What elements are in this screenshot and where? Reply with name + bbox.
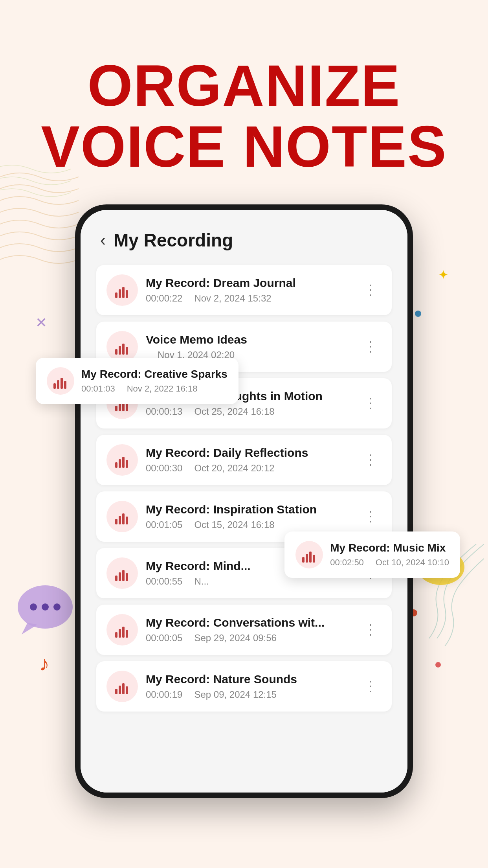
svg-rect-14: [119, 289, 121, 298]
cross-purple-decor: ✕: [35, 314, 47, 331]
record-info: My Record: Daily Reflections 00:00:30 Oc…: [146, 446, 352, 474]
tooltip-music-date: Oct 10, 2024 10:10: [376, 557, 449, 568]
record-info: My Record: Inspiration Station 00:01:05 …: [146, 503, 352, 530]
tooltip-creative-duration: 00:01:03: [81, 384, 115, 394]
svg-rect-44: [126, 686, 128, 694]
svg-rect-10: [306, 554, 308, 563]
headline-line2: VOICE NOTES: [0, 116, 488, 177]
record-duration: 00:01:05: [146, 519, 182, 530]
more-options-button[interactable]: ⋮: [360, 394, 382, 413]
record-icon-wrap: [106, 501, 138, 532]
svg-rect-8: [64, 381, 66, 389]
recording-item[interactable]: My Record: Daily Reflections 00:00:30 Oc…: [96, 435, 392, 485]
record-icon-wrap: [106, 444, 138, 476]
more-options-button[interactable]: ⋮: [360, 337, 382, 357]
record-info: My Record: Conversations wit... 00:00:05…: [146, 616, 352, 644]
tooltip-music-info: My Record: Music Mix 00:02:50 Oct 10, 20…: [330, 542, 449, 568]
record-date: N...: [194, 576, 209, 587]
tooltip-creative-sparks: My Record: Creative Sparks 00:01:03 Nov …: [36, 358, 238, 404]
tooltip-music-icon: [295, 541, 323, 568]
recording-item[interactable]: My Record: Nature Sounds 00:00:19 Sep 09…: [96, 661, 392, 712]
tooltip-music-duration: 00:02:50: [330, 557, 364, 568]
svg-rect-7: [61, 378, 63, 389]
record-date: Oct 20, 2024 20:12: [194, 463, 274, 474]
record-duration: 00:00:19: [146, 689, 182, 700]
tooltip-music-meta: 00:02:50 Oct 10, 2024 10:10: [330, 557, 449, 568]
svg-rect-6: [57, 380, 59, 389]
more-options-button[interactable]: ⋮: [360, 280, 382, 300]
record-info: My Record: Dream Journal 00:00:22 Nov 2,…: [146, 276, 352, 304]
wavy-lines-decor: [0, 157, 79, 316]
svg-point-3: [42, 603, 49, 611]
record-name: My Record: Daily Reflections: [146, 446, 352, 460]
svg-rect-9: [302, 557, 305, 563]
tooltip-creative-info: My Record: Creative Sparks 00:01:03 Nov …: [81, 368, 227, 394]
record-duration: 00:00:05: [146, 633, 182, 644]
record-date: Oct 15, 2024 16:18: [194, 519, 274, 530]
svg-rect-26: [119, 459, 121, 468]
tooltip-creative-name: My Record: Creative Sparks: [81, 368, 227, 381]
record-meta: 00:00:19 Sep 09, 2024 12:15: [146, 689, 352, 700]
record-date: Sep 09, 2024 12:15: [194, 689, 277, 700]
record-date: Nov 2, 2024 15:32: [194, 293, 271, 304]
record-meta: 00:00:22 Nov 2, 2024 15:32: [146, 293, 352, 304]
svg-rect-5: [53, 383, 56, 389]
dot-pink-decor: [435, 662, 441, 668]
svg-rect-37: [115, 632, 117, 638]
record-icon-wrap: [106, 274, 138, 306]
headline-section: ORGANIZE VOICE NOTES: [0, 55, 488, 177]
svg-rect-34: [119, 572, 121, 581]
svg-rect-38: [119, 629, 121, 638]
phone-mockup: My Record: Creative Sparks 00:01:03 Nov …: [75, 204, 413, 798]
record-name: Voice Memo Ideas: [146, 333, 352, 346]
record-duration: 00:00:13: [146, 406, 182, 417]
svg-rect-42: [119, 686, 121, 694]
svg-rect-41: [115, 689, 117, 694]
record-meta: 00:00:05 Sep 29, 2024 09:56: [146, 633, 352, 644]
tooltip-music-name: My Record: Music Mix: [330, 542, 449, 554]
svg-point-0: [18, 585, 73, 629]
svg-rect-13: [115, 292, 117, 298]
recording-item[interactable]: My Record: Dream Journal 00:00:22 Nov 2,…: [96, 265, 392, 315]
svg-rect-36: [126, 573, 128, 581]
svg-point-4: [53, 603, 61, 611]
music-note-decor: ♪: [39, 652, 50, 675]
svg-rect-21: [115, 406, 117, 411]
svg-rect-24: [126, 403, 128, 411]
record-duration: 00:00:22: [146, 293, 182, 304]
svg-rect-30: [119, 516, 121, 524]
record-meta: 00:00:30 Oct 20, 2024 20:12: [146, 463, 352, 474]
more-options-button[interactable]: ⋮: [360, 620, 382, 640]
record-meta: 00:01:05 Oct 15, 2024 16:18: [146, 519, 352, 530]
screen-content: ‹ My Recording My Record: Dream Journal …: [81, 210, 407, 793]
record-icon-wrap: [106, 671, 138, 702]
svg-rect-43: [122, 683, 125, 694]
recording-item[interactable]: My Record: Conversations wit... 00:00:05…: [96, 605, 392, 655]
record-date: Oct 25, 2024 16:18: [194, 406, 274, 417]
svg-marker-1: [22, 623, 37, 634]
svg-rect-11: [309, 552, 312, 563]
more-options-button[interactable]: ⋮: [360, 677, 382, 696]
svg-rect-18: [119, 346, 121, 355]
svg-rect-33: [115, 576, 117, 581]
tooltip-creative-meta: 00:01:03 Nov 2, 2022 16:18: [81, 384, 227, 394]
record-name: My Record: Nature Sounds: [146, 673, 352, 686]
record-name: My Record: Dream Journal: [146, 276, 352, 290]
svg-rect-28: [126, 460, 128, 468]
record-date: Sep 29, 2024 09:56: [194, 633, 277, 644]
recording-list: My Record: Dream Journal 00:00:22 Nov 2,…: [96, 265, 392, 712]
svg-rect-31: [122, 513, 125, 524]
svg-rect-20: [126, 347, 128, 355]
phone-screen: ‹ My Recording My Record: Dream Journal …: [81, 210, 407, 793]
more-options-button[interactable]: ⋮: [360, 507, 382, 526]
svg-rect-40: [126, 630, 128, 638]
svg-rect-29: [115, 519, 117, 524]
record-duration: 00:00:55: [146, 576, 182, 587]
more-options-button[interactable]: ⋮: [360, 450, 382, 470]
headline-line1: ORGANIZE: [0, 55, 488, 116]
svg-rect-32: [126, 517, 128, 524]
dot-blue-decor: [415, 311, 421, 317]
screen-title: My Recording: [114, 230, 233, 251]
svg-point-2: [30, 603, 37, 611]
back-button[interactable]: ‹: [100, 231, 106, 250]
